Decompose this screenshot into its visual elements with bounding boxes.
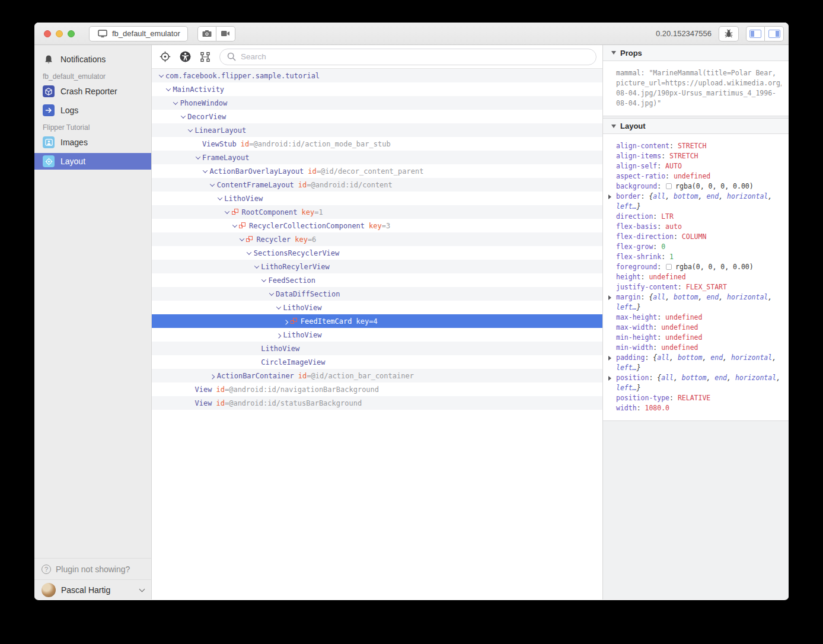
- layout-prop-value: rgba(0, 0, 0, 0.00): [675, 263, 754, 271]
- accessibility-button[interactable]: [179, 51, 191, 63]
- bug-icon: [723, 28, 735, 40]
- tree-row[interactable]: SectionsRecyclerView: [152, 246, 602, 260]
- tree-row[interactable]: LithoView: [152, 301, 602, 314]
- bell-icon: [43, 53, 55, 65]
- layout-section-header[interactable]: Layout: [603, 118, 789, 134]
- chevron-down-icon[interactable]: [215, 197, 224, 200]
- sidebar-item-crash-reporter[interactable]: Crash Reporter: [34, 83, 151, 100]
- user-menu[interactable]: Pascal Hartig: [34, 579, 151, 600]
- user-name: Pascal Hartig: [61, 585, 110, 595]
- chevron-down-icon[interactable]: [274, 306, 283, 310]
- chevron-right-icon[interactable]: [274, 333, 283, 337]
- layout-prop-row: flex-shrink: 1: [616, 252, 781, 262]
- tree-row[interactable]: DataDiffSection: [152, 287, 602, 301]
- chevron-down-icon[interactable]: [260, 279, 269, 282]
- tree-row[interactable]: LinearLayout: [152, 123, 602, 137]
- layout-prop-row: background: rgba(0, 0, 0, 0.00): [616, 181, 781, 192]
- chevron-down-icon[interactable]: [223, 211, 232, 214]
- layout-prop-row: flex-direction: COLUMN: [616, 232, 781, 242]
- layout-prop-row[interactable]: margin: {all, bottom, end, horizontal, l…: [616, 292, 781, 313]
- chevron-down-icon[interactable]: [245, 251, 254, 255]
- chevron-down-icon[interactable]: [237, 238, 246, 241]
- contact-card-icon: [43, 136, 55, 148]
- sidebar-item-notifications[interactable]: Notifications: [34, 51, 151, 68]
- tree-row[interactable]: FeedSection: [152, 273, 602, 287]
- sidebar-item-label: Layout: [60, 157, 85, 166]
- sidebar-item-logs[interactable]: Logs: [34, 102, 151, 119]
- chevron-down-icon[interactable]: [200, 170, 209, 173]
- tree-row[interactable]: FrameLayout: [152, 151, 602, 164]
- chevron-right-icon[interactable]: [282, 320, 291, 323]
- toggle-right-panel-button[interactable]: [765, 26, 784, 42]
- node-name: SectionsRecyclerView: [254, 249, 340, 257]
- sidebar-item-images[interactable]: Images: [34, 134, 151, 151]
- tree-row[interactable]: LithoRecylerView: [152, 260, 602, 273]
- tree-row[interactable]: LithoView: [152, 328, 602, 342]
- screen-record-button[interactable]: [216, 26, 235, 42]
- tree-row[interactable]: FeedItemCardkey=4: [152, 314, 602, 328]
- sidebar-section-device: fb_default_emulator: [34, 69, 151, 82]
- chevron-down-icon[interactable]: [230, 224, 239, 228]
- report-bug-button[interactable]: [719, 26, 739, 42]
- node-attr-name: key: [295, 235, 308, 244]
- chevron-down-icon[interactable]: [252, 265, 261, 269]
- chevron-down-icon[interactable]: [171, 101, 180, 105]
- node-attr-value: =3: [382, 222, 390, 230]
- chevron-down-icon[interactable]: [178, 115, 187, 119]
- expand-triangle-icon[interactable]: [608, 195, 611, 199]
- sidebar-item-layout[interactable]: Layout: [34, 153, 151, 170]
- node-name: LithoView: [283, 304, 321, 312]
- element-picker-button[interactable]: [159, 51, 171, 63]
- layout-prop-row[interactable]: position: {all, bottom, end, horizontal,…: [616, 373, 781, 393]
- tree-row[interactable]: MainActivity: [152, 82, 602, 96]
- tree-row[interactable]: RootComponentkey=1: [152, 205, 602, 219]
- zoom-button[interactable]: [68, 30, 75, 37]
- expand-triangle-icon[interactable]: [608, 295, 611, 300]
- screenshot-button[interactable]: [197, 26, 216, 42]
- close-button[interactable]: [44, 30, 51, 37]
- expand-triangle-icon[interactable]: [608, 376, 611, 381]
- layout-prop-row[interactable]: border: {all, bottom, end, horizontal, l…: [616, 192, 781, 212]
- tree-row[interactable]: CircleImageView: [152, 355, 602, 369]
- tree-row[interactable]: ActionBarContainerid=@id/action_bar_cont…: [152, 369, 602, 382]
- chevron-down-icon[interactable]: [157, 74, 165, 78]
- chevron-down-icon[interactable]: [186, 129, 195, 132]
- color-swatch-checkbox[interactable]: [666, 264, 672, 270]
- layout-prop-key: flex-basis: [616, 222, 657, 231]
- layout-prop-value: LTR: [661, 212, 674, 221]
- tree-row[interactable]: Viewid=@android:id/navigationBarBackgrou…: [152, 382, 602, 396]
- layout-prop-row: max-width: undefined: [616, 323, 781, 333]
- chevron-down-icon[interactable]: [267, 292, 276, 296]
- toggle-left-panel-button[interactable]: [746, 26, 765, 42]
- tree-row[interactable]: Recyclerkey=6: [152, 232, 602, 246]
- tree-row[interactable]: ContentFrameLayoutid=@android:id/content: [152, 178, 602, 192]
- minimize-button[interactable]: [56, 30, 63, 37]
- tree-row[interactable]: com.facebook.flipper.sample.tutorial: [152, 69, 602, 82]
- search-input[interactable]: [241, 52, 589, 61]
- plugin-not-showing-link[interactable]: ? Plugin not showing?: [34, 558, 151, 579]
- plugin-help-label: Plugin not showing?: [56, 565, 130, 574]
- layout-prop-key: max-width: [616, 323, 653, 331]
- chevron-down-icon[interactable]: [193, 156, 202, 160]
- layout-prop-row[interactable]: padding: {all, bottom, end, horizontal, …: [616, 353, 781, 373]
- chevron-down-icon[interactable]: [164, 88, 173, 91]
- tree-row[interactable]: ViewStubid=@android:id/action_mode_bar_s…: [152, 137, 602, 151]
- chevron-right-icon[interactable]: [208, 374, 217, 378]
- tree-row[interactable]: Viewid=@android:id/statusBarBackground: [152, 396, 602, 410]
- tree-row[interactable]: LithoView: [152, 342, 602, 355]
- props-section-header[interactable]: Props: [603, 45, 789, 61]
- layout-prop-value: undefined: [665, 313, 702, 321]
- color-swatch-checkbox[interactable]: [666, 183, 672, 189]
- element-tree: com.facebook.flipper.sample.tutorialMain…: [152, 69, 602, 600]
- tree-row[interactable]: LithoView: [152, 192, 602, 205]
- layout-prop-value: auto: [665, 222, 682, 231]
- tree-row[interactable]: DecorView: [152, 110, 602, 123]
- device-selector-button[interactable]: fb_default_emulator: [89, 26, 188, 42]
- tree-row[interactable]: PhoneWindow: [152, 96, 602, 110]
- chevron-down-icon[interactable]: [208, 183, 217, 187]
- tree-row[interactable]: ActionBarOverlayLayoutid=@id/decor_conte…: [152, 164, 602, 178]
- tree-nodes-button[interactable]: [199, 51, 211, 63]
- expand-triangle-icon[interactable]: [608, 356, 611, 361]
- tree-row[interactable]: RecyclerCollectionComponentkey=3: [152, 219, 602, 232]
- node-name: LithoView: [283, 331, 321, 339]
